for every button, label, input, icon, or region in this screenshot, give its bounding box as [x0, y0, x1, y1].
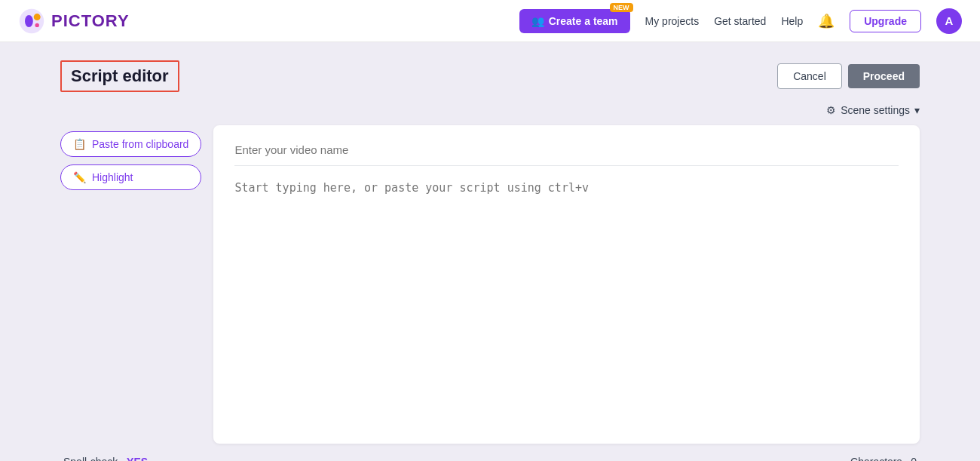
new-badge: NEW: [610, 3, 633, 12]
pictory-logo-icon: [18, 8, 45, 35]
gear-icon: ⚙: [826, 104, 836, 116]
editor-footer: Spell-check YES Characters 0: [60, 456, 920, 461]
navbar-right: 👥 Create a team NEW My projects Get star…: [519, 8, 962, 34]
my-projects-link[interactable]: My projects: [645, 15, 700, 27]
get-started-link[interactable]: Get started: [714, 15, 766, 27]
paste-label: Paste from clipboard: [92, 138, 188, 150]
characters-count: 0: [911, 456, 917, 461]
paste-from-clipboard-button[interactable]: 📋 Paste from clipboard: [60, 131, 201, 157]
editor-card: [213, 125, 920, 444]
svg-point-2: [34, 14, 41, 20]
svg-point-1: [25, 14, 33, 26]
main-content: Script editor Cancel Proceed ⚙ Scene set…: [0, 42, 980, 461]
avatar[interactable]: A: [936, 8, 962, 34]
navbar-left: PICTORY: [18, 8, 130, 35]
spell-check-value[interactable]: YES: [127, 456, 148, 461]
scene-settings-button[interactable]: ⚙ Scene settings ▾: [826, 104, 920, 116]
bell-icon[interactable]: 🔔: [818, 13, 835, 29]
team-icon: 👥: [531, 15, 544, 27]
sidebar-actions: 📋 Paste from clipboard ✏️ Highlight: [60, 125, 201, 190]
page-header: Script editor Cancel Proceed: [60, 60, 920, 92]
characters-label: Characters: [850, 456, 902, 461]
clipboard-icon: 📋: [73, 138, 86, 150]
highlight-icon: ✏️: [73, 171, 86, 183]
spell-check-label: Spell-check: [63, 456, 118, 461]
highlight-button[interactable]: ✏️ Highlight: [60, 164, 201, 190]
svg-point-3: [35, 23, 39, 26]
characters-row: Characters 0: [850, 456, 917, 461]
proceed-button[interactable]: Proceed: [848, 64, 920, 88]
highlight-label: Highlight: [92, 171, 133, 183]
logo-text: PICTORY: [51, 11, 130, 31]
upgrade-button[interactable]: Upgrade: [850, 10, 921, 32]
spell-check-row: Spell-check YES: [63, 456, 148, 461]
editor-row: 📋 Paste from clipboard ✏️ Highlight: [60, 125, 920, 444]
header-actions: Cancel Proceed: [777, 63, 920, 89]
scene-settings-row: ⚙ Scene settings ▾: [60, 104, 920, 116]
scene-settings-label: Scene settings: [841, 104, 910, 116]
help-link[interactable]: Help: [781, 15, 803, 27]
navbar: PICTORY 👥 Create a team NEW My projects …: [0, 0, 980, 42]
chevron-down-icon: ▾: [914, 104, 920, 116]
page-title: Script editor: [60, 60, 179, 92]
script-textarea[interactable]: [234, 181, 899, 423]
cancel-button[interactable]: Cancel: [777, 63, 842, 89]
create-team-button[interactable]: 👥 Create a team NEW: [519, 9, 630, 33]
video-name-input[interactable]: [234, 143, 899, 166]
